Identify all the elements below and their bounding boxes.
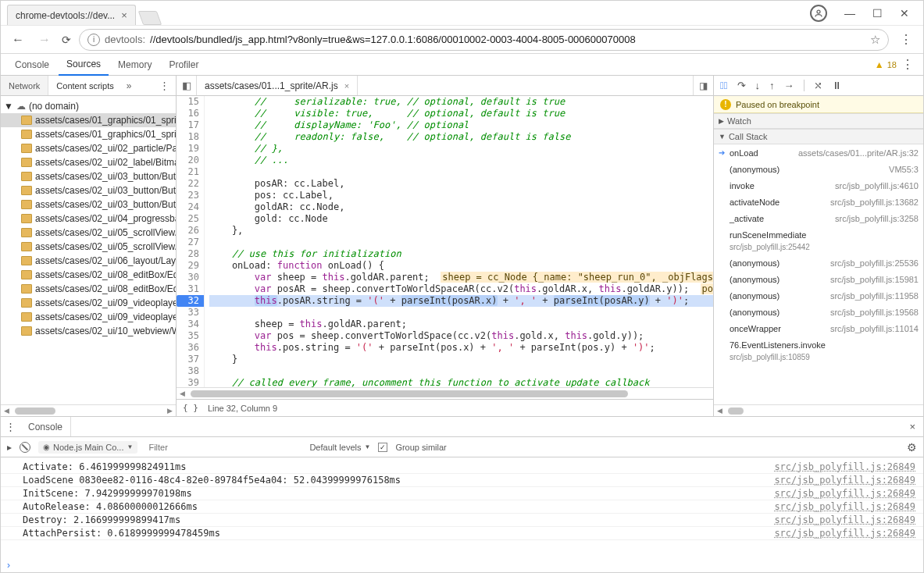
callstack-frame[interactable]: (anonymous)src/jsb_polyfill.js:11958 <box>714 287 923 304</box>
new-tab-button[interactable] <box>137 11 162 25</box>
console-settings-icon[interactable]: ⚙ <box>907 441 917 454</box>
source-link[interactable]: src/jsb_polyfill.js:26849 <box>774 514 915 525</box>
devtools-menu-icon[interactable]: ⋮ <box>898 57 917 72</box>
callstack-frame[interactable]: (anonymous)src/jsb_polyfill.js:15981 <box>714 271 923 287</box>
source-link[interactable]: src/jsb_polyfill.js:26849 <box>774 488 915 499</box>
warning-count[interactable]: ▲ 18 <box>875 59 897 70</box>
user-avatar-icon[interactable] <box>810 5 827 22</box>
toggle-debugger-icon[interactable]: ◨ <box>693 76 713 95</box>
close-window-icon[interactable]: ✕ <box>900 7 909 20</box>
file-tree[interactable]: ▼ ☁ (no domain) assets/cases/01_graphics… <box>1 96 176 404</box>
source-link[interactable]: src/jsb_polyfill.js:26849 <box>774 501 915 512</box>
resume-icon[interactable]: ▶⃓ <box>720 80 728 91</box>
show-console-sidebar-icon[interactable]: ▸ <box>7 442 12 453</box>
console-entry[interactable]: LoadScene 0830ee82-0116-48c4-82e0-89784f… <box>1 474 923 487</box>
tree-file-item[interactable]: assets/cases/02_ui/08_editBox/EditBox.js <box>1 268 176 282</box>
file-tab[interactable]: assets/cases/01...1_sprite/AR.js × <box>197 76 358 95</box>
scroll-left-icon[interactable]: ◀ <box>177 390 188 397</box>
callstack-frame[interactable]: ➔onLoadassets/cases/01...prite/AR.js:32 <box>714 144 923 161</box>
pretty-print-icon[interactable]: { } <box>183 403 198 413</box>
debugger-scrollbar[interactable]: ◀ <box>714 404 923 416</box>
navigator-tab-content-scripts[interactable]: Content scripts <box>48 76 121 95</box>
callstack-frame[interactable]: onceWrappersrc/jsb_polyfill.js:11014 <box>714 320 923 336</box>
close-file-icon[interactable]: × <box>344 81 349 91</box>
console-filter-input[interactable] <box>145 440 301 454</box>
reload-button[interactable]: ⟳ <box>62 34 71 46</box>
drawer-tab-console[interactable]: Console <box>20 417 71 436</box>
address-bar[interactable]: i devtools://devtools/bundled/js_app.htm… <box>79 29 889 51</box>
tree-file-item[interactable]: assets/cases/02_ui/03_button/ButtonInter… <box>1 198 176 212</box>
tab-console[interactable]: Console <box>7 54 57 75</box>
bookmark-icon[interactable]: ☆ <box>870 33 880 47</box>
clear-console-icon[interactable] <box>20 442 30 453</box>
minimize-icon[interactable]: — <box>844 7 855 20</box>
browser-menu-icon[interactable]: ⋮ <box>897 32 915 47</box>
callstack-section[interactable]: ▼ Call Stack <box>714 129 923 144</box>
tree-file-item[interactable]: assets/cases/02_ui/04_progressbar/Progre… <box>1 212 176 226</box>
console-entry[interactable]: AutoRelease: 4.08600000012666mssrc/jsb_p… <box>1 500 923 514</box>
tree-file-item[interactable]: assets/cases/02_ui/08_editBox/EditBoxTab… <box>1 282 176 296</box>
callstack-frame[interactable]: activateNodesrc/jsb_polyfill.js:13682 <box>714 194 923 210</box>
tree-file-item[interactable]: assets/cases/01_graphics/01_sprite/Atlas… <box>1 127 176 141</box>
tree-file-item[interactable]: assets/cases/01_graphics/01_sprite/AR.js <box>1 113 176 127</box>
step-into-icon[interactable]: ↓ <box>755 80 761 91</box>
line-gutter[interactable]: 1516171819202122232425262728293031323334… <box>177 96 205 387</box>
navigator-menu-icon[interactable]: ⋮ <box>159 80 176 91</box>
forward-button[interactable]: → <box>35 33 54 47</box>
tree-domain-row[interactable]: ▼ ☁ (no domain) <box>1 99 176 113</box>
tree-file-item[interactable]: assets/cases/02_ui/02_label/BitmapFont.j… <box>1 155 176 169</box>
scrollbar-thumb[interactable] <box>15 408 55 415</box>
callstack-frame[interactable]: (anonymous)src/jsb_polyfill.js:19568 <box>714 304 923 320</box>
watch-section[interactable]: ▶ Watch <box>714 113 923 129</box>
drawer-menu-icon[interactable]: ⋮ <box>5 421 20 432</box>
console-prompt[interactable]: › <box>1 558 923 572</box>
code-area[interactable]: // serializable: true, // optional, defa… <box>205 96 713 387</box>
editor-scrollbar[interactable]: ◀ <box>177 387 713 399</box>
navigator-tabs-more-icon[interactable]: » <box>122 80 137 91</box>
tree-file-item[interactable]: assets/cases/02_ui/09_videoplayer/VideoP… <box>1 310 176 324</box>
console-entry[interactable]: Destroy: 2.166999999899417mssrc/jsb_poly… <box>1 514 923 527</box>
code-editor[interactable]: 1516171819202122232425262728293031323334… <box>177 96 713 387</box>
close-tab-icon[interactable]: × <box>121 10 127 20</box>
callstack-frame[interactable]: runSceneImmediate <box>714 226 923 243</box>
scroll-right-icon[interactable]: ▶ <box>164 407 176 415</box>
console-entry[interactable]: Activate: 6.461999999824911mssrc/jsb_pol… <box>1 461 923 474</box>
tree-file-item[interactable]: assets/cases/02_ui/03_button/ButtonTrans… <box>1 183 176 198</box>
callstack-frame[interactable]: invokesrc/jsb_polyfill.js:4610 <box>714 177 923 194</box>
group-similar-checkbox[interactable]: ✓ <box>378 443 387 452</box>
deactivate-breakpoints-icon[interactable]: ⤯ <box>814 80 822 91</box>
tab-sources[interactable]: Sources <box>59 55 109 76</box>
execution-context-selector[interactable]: ◉ Node.js Main Co... ▼ <box>38 441 137 454</box>
callstack-frame[interactable]: 76.EventListeners.invoke <box>714 336 923 353</box>
tree-file-item[interactable]: assets/cases/02_ui/05_scrollView/ListVie… <box>1 240 176 254</box>
console-entry[interactable]: InitScene: 7.942999999970198mssrc/jsb_po… <box>1 487 923 500</box>
scroll-left-icon[interactable]: ◀ <box>714 407 726 415</box>
step-icon[interactable]: → <box>784 80 794 91</box>
callstack-frame[interactable]: (anonymous)src/jsb_polyfill.js:25536 <box>714 254 923 271</box>
site-info-icon[interactable]: i <box>87 34 100 46</box>
source-link[interactable]: src/jsb_polyfill.js:26849 <box>774 475 915 486</box>
console-entry[interactable]: AttachPersist: 0.6189999999478459mssrc/j… <box>1 527 923 540</box>
step-over-icon[interactable]: ↷ <box>737 80 746 91</box>
scrollbar-thumb[interactable] <box>728 408 744 415</box>
tree-file-item[interactable]: assets/cases/02_ui/03_button/Button.js <box>1 169 176 183</box>
source-link[interactable]: src/jsb_polyfill.js:26849 <box>774 461 915 472</box>
tree-file-item[interactable]: assets/cases/02_ui/09_videoplayer/VideoP… <box>1 296 176 310</box>
callstack-frame[interactable]: _activatesrc/jsb_polyfill.js:3258 <box>714 210 923 226</box>
scroll-left-icon[interactable]: ◀ <box>1 407 12 415</box>
log-levels-selector[interactable]: Default levels ▼ <box>309 443 370 452</box>
callstack-frame[interactable]: (anonymous)VM55:3 <box>714 161 923 177</box>
console-output[interactable]: Activate: 6.461999999824911mssrc/jsb_pol… <box>1 457 923 558</box>
toggle-navigator-icon[interactable]: ◧ <box>177 76 197 95</box>
tree-file-item[interactable]: assets/cases/02_ui/05_scrollView/ScrollV… <box>1 226 176 240</box>
tab-memory[interactable]: Memory <box>110 54 159 75</box>
navigator-tab-network[interactable]: Network <box>1 76 48 95</box>
tree-file-item[interactable]: assets/cases/02_ui/02_particle/ParticleS… <box>1 141 176 155</box>
navigator-scrollbar[interactable]: ◀ ▶ <box>1 404 176 416</box>
tab-profiler[interactable]: Profiler <box>161 54 206 75</box>
tree-file-item[interactable]: assets/cases/02_ui/06_layout/Layout.js <box>1 254 176 268</box>
close-drawer-icon[interactable]: × <box>906 421 919 432</box>
source-link[interactable]: src/jsb_polyfill.js:26849 <box>774 528 915 539</box>
tree-file-item[interactable]: assets/cases/02_ui/10_webview/WebView.js <box>1 324 176 338</box>
maximize-icon[interactable]: ☐ <box>872 7 883 20</box>
